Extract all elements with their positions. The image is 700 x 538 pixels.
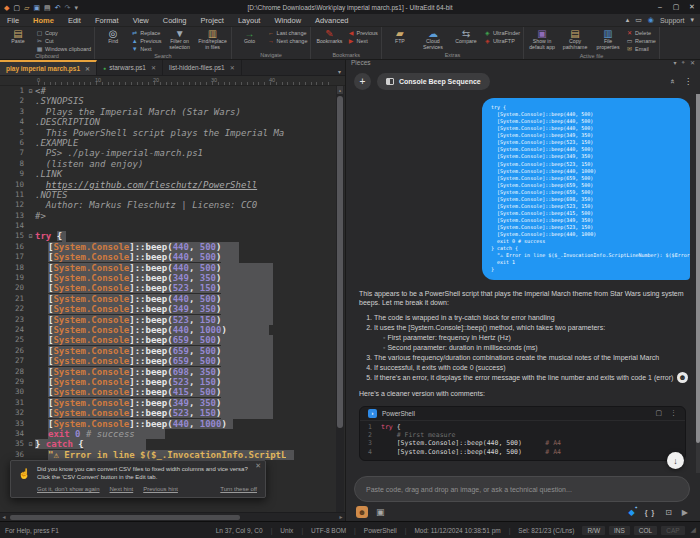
editor-line[interactable]: 13#> <box>0 211 345 221</box>
editor-line[interactable]: 2.SYNOPSIS <box>0 96 345 106</box>
conversation-tab[interactable]: Console Beep Sequence <box>377 73 490 90</box>
code-editor[interactable]: 1⊟<#2.SYNOPSIS3 Plays the Imperial March… <box>0 86 345 512</box>
hint-close-icon[interactable]: ✕ <box>255 462 261 470</box>
ribbon-button-show-in-default-app[interactable]: ▣Show in default app <box>527 28 557 51</box>
editor-line[interactable]: 11.NOTES <box>0 190 345 200</box>
menu-item-coding[interactable]: Coding <box>156 16 194 25</box>
menu-item-format[interactable]: Format <box>88 16 126 25</box>
menu-item-layout[interactable]: Layout <box>231 16 268 25</box>
menu-item-window[interactable]: Window <box>267 16 308 25</box>
editor-line[interactable]: 32[System.Console]::beep(523, 150) <box>0 408 345 418</box>
file-tab-play-imperial-march-ps1[interactable]: play imperial march.ps1✕ <box>0 60 97 75</box>
ribbon-button-previous[interactable]: ◀Previous <box>347 29 377 36</box>
panel-close-icon[interactable]: ✕ <box>690 59 695 66</box>
editor-line[interactable]: 33[System.Console]::beep(440, 1000) <box>0 419 345 429</box>
ribbon-button-last-change[interactable]: ←Last change <box>268 29 308 36</box>
hint-link-next-hint[interactable]: Next hint <box>110 486 134 492</box>
status-flag-cap[interactable]: CAP <box>661 526 684 535</box>
chat-scrollbar[interactable] <box>696 94 700 473</box>
status-item[interactable]: Unix <box>276 527 297 534</box>
editor-line[interactable]: 16[System.Console]::beep(440, 500) <box>0 242 345 252</box>
editor-line[interactable]: 7 PS> ./play-imperial-march.ps1 <box>0 148 345 158</box>
ribbon-button-delete[interactable]: ✕Delete <box>626 29 656 36</box>
ribbon-button-rename[interactable]: ▭Rename <box>626 37 656 44</box>
editor-line[interactable]: 27[System.Console]::beep(659, 500) <box>0 356 345 366</box>
editor-line[interactable]: 25[System.Console]::beep(659, 500) <box>0 335 345 345</box>
scroll-up-icon[interactable]: ▴ <box>337 86 343 94</box>
close-button[interactable]: ✕ <box>684 3 700 11</box>
editor-line[interactable]: 31[System.Console]::beep(349, 350) <box>0 398 345 408</box>
print-icon[interactable]: ▤ <box>44 4 51 11</box>
editor-line[interactable]: 30[System.Console]::beep(415, 500) <box>0 387 345 397</box>
ribbon-button-next-change[interactable]: →Next change <box>268 37 308 44</box>
editor-line[interactable]: 21[System.Console]::beep(440, 500) <box>0 294 345 304</box>
editor-line[interactable]: 17[System.Console]::beep(440, 500) <box>0 252 345 262</box>
close-tab-icon[interactable]: ✕ <box>151 64 156 71</box>
ribbon-button-ultrafinder[interactable]: ◈UltraFinder <box>484 29 520 36</box>
fold-marker-icon[interactable]: ⊟ <box>26 439 35 449</box>
ribbon-button-cloud-services[interactable]: ☁Cloud Services <box>418 28 448 51</box>
ribbon-button-next[interactable]: ▼Next <box>131 45 161 52</box>
pieces-gem-icon[interactable]: ◆ <box>629 508 635 517</box>
ribbon-button-bookmarks[interactable]: ✎Bookmarks <box>314 28 344 45</box>
panel-menu-caret-icon[interactable]: ▾ <box>674 59 677 66</box>
editor-line[interactable]: 35⊟} catch { <box>0 439 345 449</box>
menu-item-view[interactable]: View <box>126 16 156 25</box>
menu-item-edit[interactable]: Edit <box>61 16 88 25</box>
hint-link-turn-these-off[interactable]: Turn these off <box>220 486 257 492</box>
help-icon[interactable]: ◉ <box>648 16 654 24</box>
ribbon-button-compare[interactable]: ⇆Compare <box>451 28 481 45</box>
chat-scroll-thumb[interactable] <box>696 94 700 443</box>
editor-line[interactable]: 15⊟try { <box>0 231 345 241</box>
insert-code-icon[interactable]: { } <box>645 509 655 516</box>
ribbon-button-filter-on-selection[interactable]: ▼Filter on selection <box>165 28 195 51</box>
status-item[interactable]: Sel: 821/23 (C/Lns) <box>514 527 578 534</box>
editor-line[interactable]: 28[System.Console]::beep(698, 350) <box>0 367 345 377</box>
send-message-icon[interactable]: ▶ <box>682 508 688 517</box>
maximize-button[interactable]: ▢ <box>668 3 684 11</box>
editor-line[interactable]: 29[System.Console]::beep(523, 150) <box>0 377 345 387</box>
editor-line[interactable]: 14 <box>0 221 345 231</box>
attach-image-icon[interactable]: ▣ <box>376 507 385 517</box>
status-item[interactable]: Ln 37, Col 9, C0 <box>212 527 267 534</box>
undo-icon[interactable]: ↶ <box>55 4 61 11</box>
ribbon-button-previous[interactable]: ▲Previous <box>131 37 161 44</box>
ribbon-button-next[interactable]: ▶Next <box>347 37 377 44</box>
editor-line[interactable]: 4.DESCRIPTION <box>0 117 345 127</box>
editor-line[interactable]: 36"⚠ Error in line $($_.InvocationInfo.S… <box>0 450 345 460</box>
close-tab-icon[interactable]: ✕ <box>85 65 90 72</box>
fold-marker-icon[interactable]: ⊟ <box>26 231 35 241</box>
ribbon-button-copy-path-name[interactable]: ▤Copy path/name <box>560 28 590 51</box>
chat-input[interactable]: Paste code, drag and drop an image, or a… <box>354 476 690 502</box>
status-flag-r-w[interactable]: R/W <box>582 526 605 535</box>
ribbon-button-email[interactable]: ✉Email <box>626 45 656 52</box>
status-item[interactable]: Mod: 11/12/2024 10:38:51 pm <box>410 527 504 534</box>
ribbon-button-goto[interactable]: →Goto <box>235 28 265 45</box>
open-file-icon[interactable]: ▱ <box>24 4 29 11</box>
menu-item-advanced[interactable]: Advanced <box>308 16 355 25</box>
editor-line[interactable]: 20[System.Console]::beep(523, 150) <box>0 283 345 293</box>
profile-avatar-icon[interactable]: ☻ <box>356 506 368 518</box>
hint-link-previous-hint[interactable]: Previous hint <box>143 486 178 492</box>
panel-pin-icon[interactable]: ⌖ <box>682 59 685 66</box>
save-icon[interactable]: ▣ <box>33 4 40 11</box>
new-chat-button[interactable]: + <box>354 73 371 90</box>
editor-line[interactable]: 19[System.Console]::beep(349, 350) <box>0 273 345 283</box>
collapse-chat-icon[interactable]: « <box>667 79 676 83</box>
capture-screen-icon[interactable]: ⊡ <box>665 508 672 517</box>
editor-horizontal-scrollbar[interactable]: ◄ ► <box>0 512 345 521</box>
ribbon-button-windows-clipboard[interactable]: ▦Windows clipboard <box>36 45 91 52</box>
status-flag-ins[interactable]: INS <box>609 526 630 535</box>
minimize-button[interactable]: – <box>652 3 668 11</box>
editor-line[interactable]: 3 Plays the Imperial March (Star Wars) <box>0 107 345 117</box>
ribbon-button-copy[interactable]: ▢Copy <box>36 29 91 36</box>
code-block-menu-icon[interactable]: ⋮ <box>670 409 677 417</box>
editor-line[interactable]: 6.EXAMPLE <box>0 138 345 148</box>
editor-line[interactable]: 24[System.Console]::beep(440, 1000) <box>0 325 345 335</box>
ribbon-button-cut[interactable]: ✂Cut <box>36 37 91 44</box>
ribbon-button-ftp[interactable]: ▰FTP <box>385 28 415 45</box>
menu-item-file[interactable]: File <box>0 16 26 25</box>
menu-item-project[interactable]: Project <box>194 16 231 25</box>
ribbon-button-file-properties[interactable]: ▥File properties <box>593 28 623 51</box>
hint-link-got-it-don-t-show-again[interactable]: Got it, don't show again <box>37 486 100 492</box>
